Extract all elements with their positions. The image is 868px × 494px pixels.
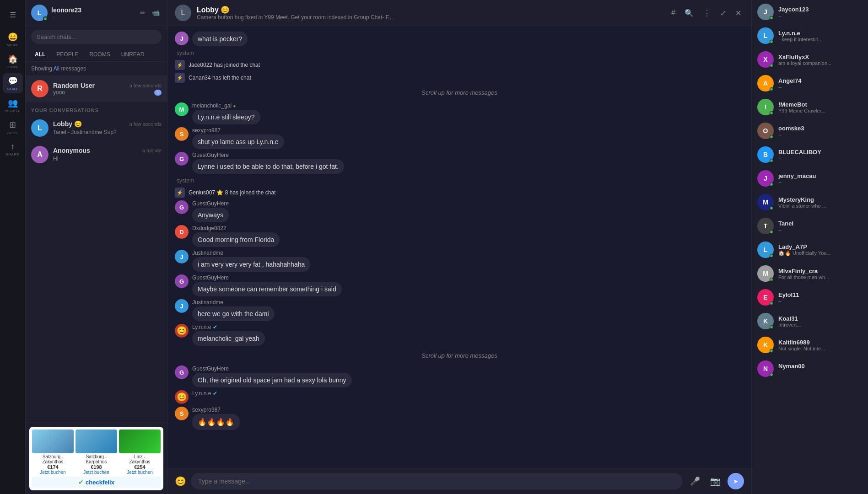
chat-item-lobby[interactable]: L Lobby 😊 a few seconds Tanel - Justinan… bbox=[26, 115, 167, 141]
sidebar-btn-people[interactable]: 👥 PEOPLE bbox=[3, 95, 23, 115]
chat-header-actions: # 🔍 ⋮ ⤢ ✕ bbox=[669, 5, 744, 21]
online-dot bbox=[770, 230, 773, 234]
user-list-item[interactable]: K Kaitlin6989 Not single. Not inte... bbox=[752, 333, 868, 357]
msg-bubble: Ly.n.n.e still sleepy? bbox=[192, 110, 260, 124]
sender-name: sexypro987 bbox=[192, 407, 240, 413]
sidebar-btn-home[interactable]: 🏠 HOME bbox=[3, 51, 23, 71]
online-dot bbox=[770, 183, 773, 186]
user-list-item[interactable]: K Koal31 Introvert... bbox=[752, 309, 868, 333]
room-name: Lobby 😊 bbox=[197, 5, 393, 14]
system-lightning-icon: ⚡ bbox=[175, 188, 185, 198]
user-list-item[interactable]: E Eylol11 -- bbox=[752, 285, 868, 309]
user-list-item[interactable]: M MlvsFinly_cra For all those men wh... bbox=[752, 262, 868, 285]
avatar: L bbox=[31, 119, 49, 137]
username: leonore23 bbox=[51, 6, 81, 14]
user-list-item[interactable]: T Tanel -- bbox=[752, 214, 868, 238]
sidebar-btn-menu[interactable]: ☰ bbox=[3, 5, 23, 25]
ad-item-2[interactable]: Salzburg - Karpathos €198 Jetzt buchen bbox=[75, 430, 117, 475]
sidebar-btn-meme[interactable]: 😄 MEME bbox=[3, 29, 23, 49]
avatar: M bbox=[757, 194, 774, 210]
user-list-item[interactable]: L Ly.n.n.e --keep it interestin... bbox=[752, 24, 868, 48]
avatar: K bbox=[757, 313, 774, 329]
user-name: Ly.n.n.e bbox=[778, 30, 863, 37]
user-name: XxFluffyxX bbox=[778, 54, 863, 60]
ad-item-1[interactable]: Salzburg - Zakynthos €174 Jetzt buchen bbox=[32, 430, 74, 475]
message-row: J Justinandme i am very very very fat , … bbox=[175, 250, 744, 272]
user-status: -- bbox=[778, 84, 863, 90]
user-name: MlvsFinly_cra bbox=[778, 268, 863, 274]
message-row: G GuestGuyHere Maybe someone can remembe… bbox=[175, 274, 744, 296]
user-status: 🏠🔥 Unofficially You... bbox=[778, 250, 863, 256]
scroll-notice: Scroll up for more messages bbox=[175, 86, 744, 100]
close-button[interactable]: ✕ bbox=[733, 6, 744, 20]
ad-item-3[interactable]: Linz - Zakynthos €254 Jetzt buchen bbox=[119, 430, 161, 475]
sender-name: sexypro987 bbox=[192, 127, 284, 134]
user-list-item[interactable]: J Jaycon123 -- bbox=[752, 0, 868, 24]
user-list-item[interactable]: L Lady_A7P 🏠🔥 Unofficially You... bbox=[752, 238, 868, 262]
online-dot bbox=[770, 16, 773, 20]
chat-name: Lobby 😊 bbox=[53, 120, 82, 128]
user-list-item[interactable]: N Nyman00 -- bbox=[752, 357, 868, 381]
system-leave-msg: Canan34 has left the chat bbox=[189, 75, 251, 81]
camera-button[interactable]: 📷 bbox=[707, 473, 723, 489]
user-list-item[interactable]: J jenny_macau -- bbox=[752, 166, 868, 190]
message-row: D Dxdodge0822 Good morning from Florida bbox=[175, 225, 744, 247]
avatar: S bbox=[175, 407, 189, 420]
filter-tab-all[interactable]: ALL bbox=[31, 49, 49, 59]
online-dot bbox=[770, 159, 773, 162]
filter-tab-people[interactable]: PEOPLE bbox=[53, 49, 82, 59]
user-name: !MemeBot bbox=[778, 101, 863, 108]
avatar: L bbox=[757, 242, 774, 258]
showing-label: Showing All messages bbox=[26, 62, 167, 75]
sidebar-btn-chat[interactable]: 💬 CHAT bbox=[3, 73, 23, 93]
video-button[interactable]: 📹 bbox=[150, 7, 162, 18]
message-input[interactable] bbox=[191, 473, 683, 489]
message-row: J what is pecker? bbox=[175, 32, 744, 46]
avatar: A bbox=[31, 146, 49, 163]
avatar: G bbox=[175, 365, 189, 379]
online-indicator bbox=[43, 16, 48, 21]
filter-tab-unread[interactable]: UNREAD bbox=[118, 49, 148, 59]
online-dot bbox=[770, 87, 773, 91]
send-button[interactable]: ➤ bbox=[728, 473, 744, 489]
user-name: Lady_A7P bbox=[778, 243, 863, 250]
system-join-msg: Genius007 ⭐ 8 has joined the chat bbox=[189, 189, 275, 196]
avatar: G bbox=[175, 152, 189, 166]
left-sidebar-header: L leonore23 ... ✏ 📹 bbox=[26, 0, 167, 26]
chat-preview: yooo bbox=[53, 89, 65, 96]
chat-item-random-user[interactable]: R Random User a few seconds yooo 1 bbox=[26, 75, 167, 102]
user-list-item[interactable]: ! !MemeBot Y99 Meme Crawler... bbox=[752, 95, 868, 119]
sender-name: Justinandme bbox=[192, 299, 275, 306]
filter-tab-rooms[interactable]: ROOMS bbox=[86, 49, 113, 59]
ad-footer: ✔ checkfelix bbox=[32, 477, 161, 488]
user-status: Vibin' a stoner who ... bbox=[778, 203, 863, 209]
emoji-button[interactable]: 😊 bbox=[175, 476, 186, 487]
user-status: -- bbox=[778, 156, 863, 161]
more-options-button[interactable]: ⋮ bbox=[700, 5, 714, 21]
sidebar-btn-apps[interactable]: ⊞ APPS bbox=[3, 117, 23, 137]
msg-bubble: melancholic_gal yeah bbox=[192, 331, 265, 346]
search-button[interactable]: 🔍 bbox=[682, 6, 696, 20]
hash-button[interactable]: # bbox=[669, 6, 678, 20]
chat-preview: Hi bbox=[53, 156, 58, 162]
popout-button[interactable]: ⤢ bbox=[717, 6, 729, 20]
message-row: G GuestGuyHere Anyways bbox=[175, 200, 744, 222]
microphone-button[interactable]: 🎤 bbox=[687, 473, 703, 489]
message-row: G GuestGuyHere Lynne i used to be able t… bbox=[175, 152, 744, 174]
user-list-item[interactable]: B BLUECALIBOY -- bbox=[752, 143, 868, 166]
avatar: M bbox=[757, 265, 774, 282]
msg-bubble: what is pecker? bbox=[192, 32, 248, 46]
user-list-item[interactable]: O oomske3 -- bbox=[752, 119, 868, 143]
user-list-item[interactable]: X XxFluffyxX am a loyal companion... bbox=[752, 48, 868, 71]
search-input[interactable] bbox=[31, 30, 162, 44]
user-list-item[interactable]: M MysteryKing Vibin' a stoner who ... bbox=[752, 190, 868, 214]
sidebar-btn-share[interactable]: ↑ SHARE bbox=[3, 139, 23, 159]
chat-item-anonymous[interactable]: A Anonymous a minute Hi bbox=[26, 141, 167, 168]
edit-button[interactable]: ✏ bbox=[138, 7, 147, 18]
avatar: ! bbox=[757, 99, 774, 115]
user-list-item[interactable]: A Angel74 -- bbox=[752, 71, 868, 95]
room-subtitle: Camera button bug fixed in Y99 Meet. Get… bbox=[197, 14, 393, 21]
msg-bubble: Oh, the original old space jam had a sex… bbox=[192, 373, 352, 387]
message-row: S sexypro987 shut yo lame ass up Ly.n.n.… bbox=[175, 127, 744, 149]
icon-sidebar: ☰ 😄 MEME 🏠 HOME 💬 CHAT 👥 PEOPLE ⊞ APPS ↑… bbox=[0, 0, 26, 494]
